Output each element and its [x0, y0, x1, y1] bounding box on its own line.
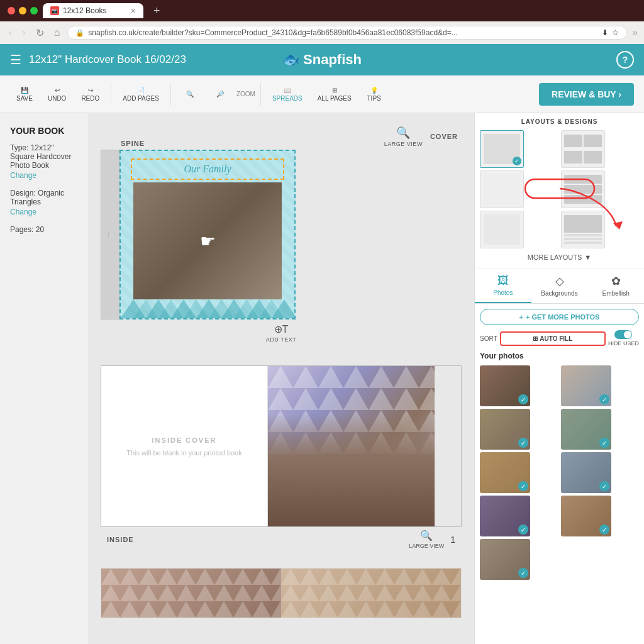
layout-grid: ✓: [480, 130, 639, 248]
review-buy-button[interactable]: REVIEW & BUY ›: [539, 83, 634, 106]
next-right: [281, 569, 461, 618]
photo-thumb-8[interactable]: ✓: [561, 496, 611, 536]
backgrounds-tab-icon: ◇: [555, 274, 564, 288]
help-button[interactable]: ?: [616, 51, 634, 69]
inside-right[interactable]: [268, 366, 435, 526]
large-view-label: LARGE VIEW: [384, 141, 423, 147]
back-button[interactable]: ‹: [6, 26, 14, 40]
separator-2: [170, 83, 171, 106]
cover-spread-section: SPINE 🔍 LARGE VIEW COVER ... Our Family: [101, 126, 462, 347]
add-pages-label: ADD PAGES: [123, 95, 159, 102]
zoom-in-button[interactable]: 🔎: [206, 88, 234, 100]
tab-embellish[interactable]: ✿ Embellish: [587, 269, 644, 303]
all-pages-button[interactable]: ⊞ ALL PAGES: [311, 84, 358, 104]
hamburger-menu-icon[interactable]: ☰: [10, 52, 21, 67]
layout-thumb-6[interactable]: [561, 211, 605, 248]
close-dot[interactable]: [8, 7, 15, 14]
auto-fill-button[interactable]: ⊞ AUTO FILL: [500, 331, 606, 346]
photo-used-check-1: ✓: [518, 394, 528, 404]
auto-fill-label: AUTO FILL: [540, 335, 572, 342]
cover-large-view-button[interactable]: 🔍 LARGE VIEW: [384, 126, 423, 147]
next-right-pattern: [281, 569, 461, 618]
layout-thumb-1[interactable]: ✓: [480, 130, 524, 168]
address-bar[interactable]: 🔒 snapfish.co.uk/create/builder?sku=Comm…: [67, 26, 627, 40]
layout-thumb-2[interactable]: [561, 130, 605, 168]
browser-dots: [8, 7, 38, 14]
get-more-photos-label: + GET MORE PHOTOS: [526, 313, 599, 321]
inside-left[interactable]: INSIDE COVER This will be blank in your …: [101, 366, 268, 526]
sort-button[interactable]: SORT: [480, 335, 497, 342]
triangle-pattern-bottom: [121, 299, 296, 318]
right-panel-tabs: 🖼 Photos ◇ Backgrounds ✿ Embellish: [475, 269, 644, 304]
new-tab-button[interactable]: +: [148, 4, 165, 18]
photo-thumb-3[interactable]: ✓: [480, 409, 530, 450]
save-label: SAVE: [16, 95, 33, 102]
cover-photo[interactable]: ☛: [133, 182, 282, 299]
all-pages-icon: ⊞: [332, 87, 337, 94]
photo-thumb-2[interactable]: ✓: [561, 365, 611, 406]
undo-button[interactable]: ↩ UNDO: [42, 84, 72, 104]
svg-rect-16: [101, 569, 281, 618]
more-layouts-label: MORE LAYOUTS: [528, 253, 582, 261]
zoom-out-button[interactable]: 🔍: [176, 88, 204, 100]
cover-title-box[interactable]: Our Family: [131, 158, 284, 180]
photo-thumb-6[interactable]: ✓: [561, 452, 611, 493]
next-spread[interactable]: [101, 568, 462, 618]
save-icon: 💾: [21, 87, 28, 94]
inside-large-view-button[interactable]: 🔍 LARGE VIEW: [409, 530, 444, 549]
spreads-button[interactable]: 📖 SPREADS: [266, 84, 309, 104]
more-layouts-button[interactable]: MORE LAYOUTS ▼: [480, 251, 639, 264]
browser-titlebar: 📷 12x12 Books × +: [0, 0, 644, 21]
photo-thumb-4[interactable]: ✓: [561, 409, 611, 450]
add-text-label: ADD TEXT: [266, 336, 296, 343]
change-design-link[interactable]: Change: [10, 208, 78, 216]
toolbar-right: REVIEW & BUY ›: [539, 83, 634, 106]
redo-button[interactable]: ↪ REDO: [75, 84, 106, 104]
save-button[interactable]: 💾 SAVE: [10, 84, 39, 104]
tab-photos[interactable]: 🖼 Photos: [475, 269, 531, 303]
photo-thumb-7[interactable]: ✓: [480, 496, 530, 536]
photo-used-check-3: ✓: [518, 438, 528, 448]
refresh-button[interactable]: ↻: [33, 26, 47, 40]
photo-thumb-5[interactable]: ✓: [480, 452, 530, 493]
layout-thumb-5[interactable]: [480, 211, 524, 248]
minimize-dot[interactable]: [19, 7, 26, 14]
lock-icon: 🔒: [75, 29, 84, 37]
tips-icon: 💡: [370, 87, 378, 94]
design-section: Design: Organic Triangles Change: [10, 189, 78, 216]
photo-thumb-1[interactable]: ✓: [480, 365, 530, 406]
redo-icon: ↪: [88, 87, 93, 94]
tab-backgrounds[interactable]: ◇ Backgrounds: [531, 269, 588, 303]
layout-thumb-4[interactable]: [561, 170, 605, 208]
photo-thumb-9[interactable]: ✓: [480, 539, 530, 580]
browser-more-icon[interactable]: »: [632, 27, 638, 38]
tips-button[interactable]: 💡 TIPS: [360, 84, 388, 104]
forward-button[interactable]: ›: [19, 26, 28, 40]
toggle-switch[interactable]: [614, 330, 632, 339]
hide-used-toggle[interactable]: HIDE USED: [608, 330, 639, 347]
change-type-link[interactable]: Change: [10, 171, 78, 180]
browser-tab[interactable]: 📷 12x12 Books ×: [43, 3, 143, 18]
add-pages-button[interactable]: 📄 ADD PAGES: [116, 84, 165, 104]
get-more-photos-button[interactable]: + + GET MORE PHOTOS: [480, 309, 639, 325]
cover-title-text: Our Family: [184, 164, 231, 174]
embellish-tab-label: Embellish: [602, 290, 630, 297]
add-text-row: ⊕T ADD TEXT: [101, 319, 462, 347]
spine-area[interactable]: ...: [101, 150, 119, 319]
tab-close-button[interactable]: ×: [131, 6, 136, 16]
hide-used-label: HIDE USED: [608, 340, 639, 347]
book-cover[interactable]: Our Family ☛: [119, 150, 296, 319]
undo-label: UNDO: [48, 95, 66, 102]
embellish-tab-icon: ✿: [611, 274, 621, 288]
maximize-dot[interactable]: [30, 7, 38, 14]
zoom-label: ZOOM: [236, 91, 255, 97]
add-text-button[interactable]: ⊕T ADD TEXT: [266, 323, 296, 343]
plus-icon: +: [519, 313, 523, 321]
canvas-area[interactable]: SPINE 🔍 LARGE VIEW COVER ... Our Family: [88, 113, 474, 644]
photos-grid: ✓ ✓ ✓ ✓ ✓ ✓ ✓: [480, 365, 639, 580]
design-label: Design: Organic Triangles: [10, 189, 78, 206]
layout-thumb-3[interactable]: [480, 170, 524, 208]
tab-favicon: 📷: [50, 6, 59, 15]
download-icon: ⬇: [602, 28, 608, 37]
home-button[interactable]: ⌂: [52, 26, 63, 40]
